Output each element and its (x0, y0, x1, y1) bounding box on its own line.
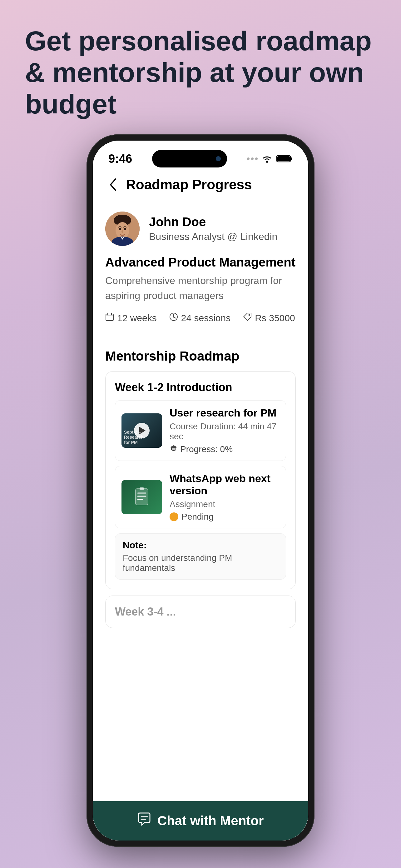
assignment-title: WhatsApp web next version (170, 472, 279, 497)
status-time: 9:46 (108, 152, 132, 165)
nav-header: Roadmap Progress (93, 170, 308, 199)
back-button[interactable] (105, 177, 121, 192)
note-label: Note: (123, 540, 278, 551)
status-text: Pending (181, 512, 213, 522)
page-title: Roadmap Progress (126, 177, 252, 192)
chat-icon (137, 812, 151, 829)
chat-cta-bar[interactable]: Chat with Mentor (93, 801, 308, 840)
svg-rect-25 (140, 488, 144, 490)
svg-point-9 (119, 228, 121, 230)
sessions-text: 24 sessions (181, 313, 231, 323)
mentor-role: Business Analyst @ Linkedin (149, 231, 277, 243)
note-text: Focus on understanding PM fundamentals (123, 553, 278, 573)
program-price: Rs 35000 (243, 312, 295, 323)
signal-icon (247, 157, 258, 160)
roadmap-section: Mentorship Roadmap Week 1-2 Introduction… (93, 339, 308, 644)
program-duration: 12 weeks (105, 312, 157, 323)
week2-title-preview: Week 3-4 ... (115, 605, 286, 618)
mentor-info: John Doe Business Analyst @ Linkedin (149, 215, 277, 243)
svg-line-18 (174, 317, 175, 318)
svg-point-0 (266, 161, 268, 163)
wifi-icon (261, 154, 273, 163)
status-bar: 9:46 (93, 141, 308, 170)
svg-rect-2 (291, 157, 292, 160)
phone-shell: 9:46 (87, 134, 314, 847)
progress-text: Progress: 0% (180, 444, 233, 454)
svg-rect-12 (106, 314, 113, 320)
headline: Get personalised roadmap & mentorship at… (25, 25, 376, 120)
avatar (105, 212, 140, 246)
assignment-type: Assignment (170, 499, 279, 509)
course-title: User research for PM (170, 407, 279, 419)
course-duration: Course Duration: 44 min 47 sec (170, 422, 279, 441)
roadmap-title: Mentorship Roadmap (105, 349, 296, 364)
svg-rect-3 (277, 156, 290, 161)
program-section: Advanced Product Management Comprehensiv… (93, 255, 308, 333)
assignment-status: Pending (170, 512, 279, 522)
calendar-icon (105, 312, 114, 323)
mentor-name: John Doe (149, 215, 277, 229)
course-item[interactable]: Sept 2 –Researchfor PM User research for… (115, 400, 286, 461)
status-icons (247, 154, 293, 163)
dynamic-island (152, 150, 227, 167)
assignment-thumbnail (122, 480, 162, 514)
course-progress: Progress: 0% (170, 444, 279, 454)
duration-text: 12 weeks (117, 313, 157, 323)
battery-icon (276, 154, 293, 163)
price-text: Rs 35000 (255, 313, 295, 323)
program-sessions: 24 sessions (169, 312, 231, 323)
course-thumbnail: Sept 2 –Researchfor PM (122, 413, 162, 448)
course-info: User research for PM Course Duration: 44… (170, 407, 279, 454)
thumbnail-label: Sept 2 –Researchfor PM (124, 430, 144, 445)
divider (105, 336, 296, 336)
svg-point-19 (248, 314, 250, 316)
pending-dot-icon (170, 513, 178, 521)
svg-point-10 (124, 228, 126, 230)
headline-line2: & mentorship at your own (25, 57, 364, 88)
phone-screen: 9:46 (93, 141, 308, 840)
clock-icon (169, 312, 178, 323)
cta-label: Chat with Mentor (157, 813, 264, 828)
mentor-profile: John Doe Business Analyst @ Linkedin (93, 199, 308, 255)
svg-point-11 (122, 230, 123, 233)
week1-card: Week 1-2 Introduction Sept 2 –Researchfo… (105, 371, 296, 589)
tag-icon (243, 312, 252, 323)
svg-rect-21 (136, 489, 148, 505)
program-description: Comprehensive mentorship program for asp… (105, 273, 296, 303)
week2-card-preview: Week 3-4 ... (105, 595, 296, 628)
screen-content[interactable]: John Doe Business Analyst @ Linkedin Adv… (93, 199, 308, 840)
program-title: Advanced Product Management (105, 255, 296, 269)
note-section: Note: Focus on understanding PM fundamen… (115, 533, 286, 580)
headline-line3: budget (25, 88, 116, 119)
graduation-icon (170, 444, 178, 454)
program-meta: 12 weeks 24 sessions (105, 312, 296, 323)
week1-title: Week 1-2 Introduction (115, 381, 286, 394)
headline-line1: Get personalised roadmap (25, 25, 372, 56)
assignment-item[interactable]: WhatsApp web next version Assignment Pen… (115, 466, 286, 528)
assignment-info: WhatsApp web next version Assignment Pen… (170, 472, 279, 522)
